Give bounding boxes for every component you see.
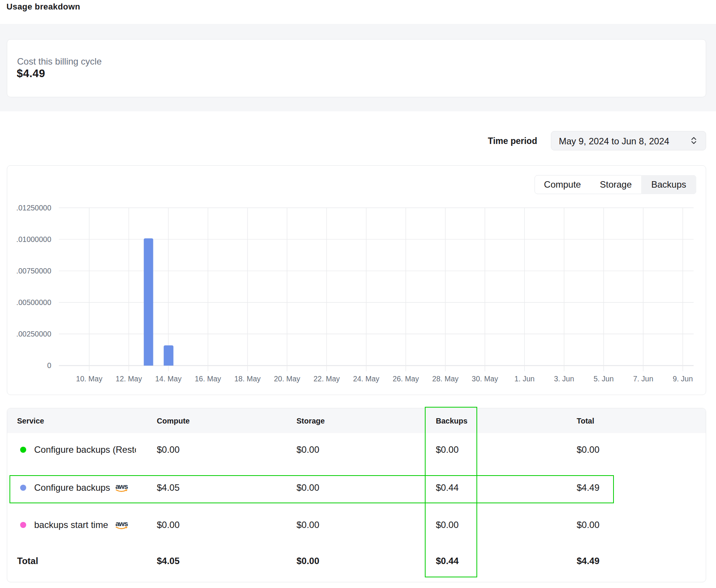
svg-text:30. May: 30. May xyxy=(472,375,498,383)
svg-text:7. Jun: 7. Jun xyxy=(633,375,653,383)
svg-text:12. May: 12. May xyxy=(116,375,142,383)
svg-text:24. May: 24. May xyxy=(353,375,380,383)
svg-text:28. May: 28. May xyxy=(432,375,459,383)
svg-text:aws: aws xyxy=(115,520,128,528)
svg-text:.01250000: .01250000 xyxy=(16,204,51,212)
svg-text:14. May: 14. May xyxy=(155,375,182,383)
svg-text:.00500000: .00500000 xyxy=(16,298,51,307)
svg-text:10. May: 10. May xyxy=(76,375,103,383)
svg-text:22. May: 22. May xyxy=(314,375,340,383)
svg-text:16. May: 16. May xyxy=(195,375,221,383)
svg-text:1. Jun: 1. Jun xyxy=(514,375,535,383)
svg-text:.01000000: .01000000 xyxy=(16,235,51,243)
svg-text:3. Jun: 3. Jun xyxy=(554,375,574,383)
svg-text:20. May: 20. May xyxy=(274,375,300,383)
svg-text:26. May: 26. May xyxy=(393,375,419,383)
svg-text:9. Jun: 9. Jun xyxy=(673,375,693,383)
svg-text:5. Jun: 5. Jun xyxy=(593,375,613,383)
svg-text:18. May: 18. May xyxy=(234,375,261,383)
svg-text:0: 0 xyxy=(47,361,51,370)
svg-text:.00250000: .00250000 xyxy=(16,330,51,338)
svg-text:.00750000: .00750000 xyxy=(16,267,51,275)
